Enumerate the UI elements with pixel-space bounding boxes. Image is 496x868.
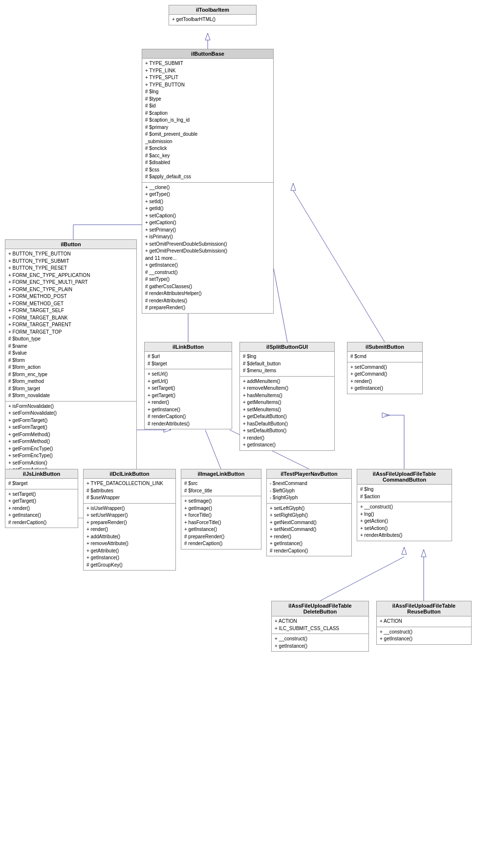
class-member: # renderAttributes() [145,297,270,305]
class-member: + getInstance() [380,635,468,643]
class-member: + getNextCommand() [270,519,348,527]
class-member: + getCaption() [145,219,270,227]
svg-marker-1 [205,33,210,40]
class-member: + TYPE_LINK [145,67,270,75]
svg-marker-28 [421,550,426,557]
class-member: + addAttribute() [86,533,173,541]
class-member: - $nextCommand [270,480,348,487]
class-member: + getInstance() [86,554,173,562]
class-member: + render() [350,378,419,385]
class-member: + TYPE_BUTTON [145,82,270,89]
class-member: + setPrimary() [145,227,270,234]
section-9-0: - $nextCommand- $leftGlyph- $rightGlyph [267,479,351,504]
class-name-iltestplayernavbutton: ilTestPlayerNavButton [267,469,351,479]
class-member: + getFormEncType() [8,445,133,453]
class-member: + getImage() [184,505,258,512]
uml-box-ilassfileuploadfiletablecommandbutton: ilAssFileUploadFileTableCommandButton# $… [357,469,452,541]
class-member: # $target [8,480,75,487]
class-member: # renderCaption() [8,519,75,527]
section-4-1: + addMenuItem()+ removeMenuItem()+ hasMe… [240,377,334,450]
class-member: # __construct() [145,269,270,276]
class-member: # $id [145,103,270,110]
class-member: + FORM_ENC_TYPE_PLAIN [8,286,133,294]
class-member: + setFormTarget() [8,424,133,431]
class-member: # $caption [145,110,270,117]
class-member: + lng() [360,511,449,518]
section-8-0: # $src# $force_title [181,479,261,496]
class-member: # $form [8,357,133,364]
svg-marker-26 [402,547,407,554]
class-member: + getInstance() [275,643,366,650]
uml-box-iljslinkbutton: ilJsLinkButton# $target+ setTarget()+ ge… [5,469,78,528]
class-member: + __construct() [380,629,468,636]
class-member: _submission [145,138,270,146]
class-member: # $src [184,480,258,487]
class-name-ilsubmitbutton: ilSubmitButton [347,342,422,352]
class-member: # $useWrapper [86,494,173,502]
class-member: # $target [148,360,229,368]
class-member: - $rightGlyph [270,494,348,502]
class-member: + TYPE_DATACOLLECTION_LINK [86,480,173,487]
class-member: # $value [8,350,133,357]
class-member: - $leftGlyph [270,487,348,495]
class-member: + setCommand() [350,364,419,371]
section-5-1: + setCommand()+ getCommand()+ render()+ … [347,362,422,394]
class-member: + getMenuItems() [243,399,331,406]
section-7-1: + isUseWrapper()+ setUseWrapper()+ prepa… [84,504,175,571]
class-name-ilimagelinkbutton: ilImageLinkButton [181,469,261,479]
section-11-0: + ACTION+ ILC_SUBMIT_CSS_CLASS [272,616,368,634]
class-member: # $omit_prevent_double [145,131,270,138]
class-member: + getUrl() [148,378,229,385]
section-3-1: + setUrl()+ getUrl()+ setTarget()+ getTa… [145,369,232,429]
class-member: # $form_novalidate [8,392,133,400]
class-member: + isFormNovalidate() [8,403,133,410]
class-member: + setMenuItems() [243,406,331,414]
class-member: + getTarget() [8,498,75,505]
class-member: # renderAttributes() [148,421,229,428]
section-8-1: + setImage()+ getImage()+ forceTitle()+ … [181,496,261,549]
class-member: + BUTTON_TYPE_SUBMIT [8,258,133,265]
uml-box-ildcllinkbutton: ilDclLinkButton+ TYPE_DATACOLLECTION_LIN… [83,469,176,571]
class-member: + FORM_TARGET_BLANK [8,315,133,322]
class-member: + renderAttributes() [360,532,449,539]
uml-box-iltestplayernavbutton: ilTestPlayerNavButton- $nextCommand- $le… [266,469,352,556]
class-member: # renderCaption() [270,548,348,555]
class-member: + setRightGlyph() [270,512,348,519]
class-member: + getInstance() [8,512,75,519]
section-6-0: # $target [5,479,78,489]
uml-box-ilassfileuploadfiletabledeletebutton: ilAssFileUploadFileTableDeleteButton+ AC… [271,601,369,652]
class-name-ildcllinkbutton: ilDclLinkButton [84,469,175,479]
class-member: # prepareRender() [184,533,258,541]
class-member: # renderCaption() [184,540,258,548]
class-member: + setTarget() [8,491,75,498]
class-member: + setUseWrapper() [86,512,173,519]
class-member: + removeMenuItem() [243,385,331,392]
class-member: # $form_method [8,378,133,385]
class-member: + render() [270,533,348,541]
class-member: + setDefaultButton() [243,427,331,435]
class-member: + getAction() [360,518,449,525]
class-name-ilassfileuploadfiletabledeletebutton: ilAssFileUploadFileTableDeleteButton [272,601,368,616]
class-member: + getInstance() [148,406,229,414]
class-member: + getToolbarHTML() [172,16,253,23]
class-member: # renderAttributesHelper() [145,290,270,297]
class-member: + getId() [145,205,270,212]
class-member: + FORM_TARGET_TOP [8,329,133,336]
class-member: # $css [145,167,270,174]
class-member: + getOmitPreventDoubleSubmission() [145,248,270,255]
section-5-0: # $cmd [347,352,422,362]
svg-line-18 [205,430,221,469]
section-9-1: + setLeftGlyph()+ setRightGlyph()+ getNe… [267,504,351,556]
class-member: # setType() [145,276,270,283]
class-member: + getInstance() [184,526,258,533]
class-member: # $menu_items [243,367,331,375]
class-member: + __construct() [360,504,449,511]
svg-marker-24 [382,413,389,418]
class-member: + setFormEncType() [8,452,133,460]
class-member: + hasMenuItems() [243,392,331,400]
class-member: + getInstance() [350,385,419,392]
class-member: + setNextCommand() [270,526,348,533]
class-member: + FORM_ENC_TYPE_APPLICATION [8,272,133,279]
class-member: + getTarget() [148,392,229,400]
class-member: + render() [148,399,229,406]
